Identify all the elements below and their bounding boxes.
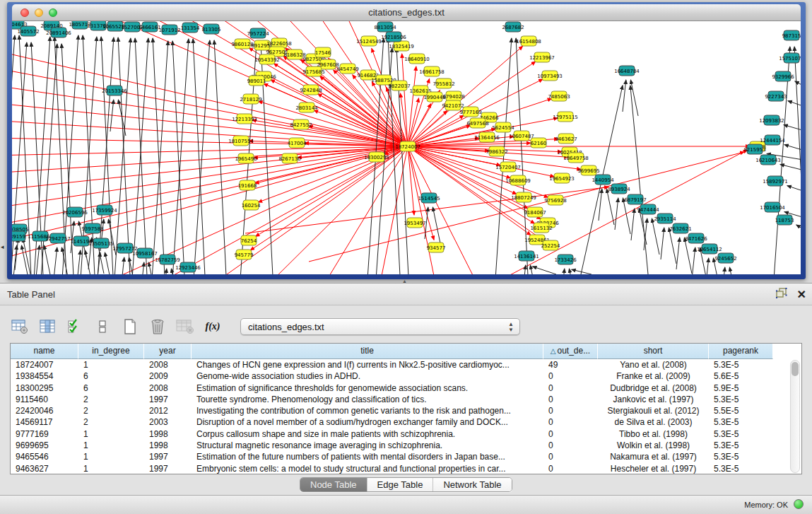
graph-node-yellow[interactable]: 9822037 (388, 81, 410, 90)
graph-node-yellow[interactable]: 18300295 (364, 152, 389, 162)
graph-node-yellow[interactable]: 12975115 (553, 112, 578, 122)
graph-node-teal[interactable]: 6879197 (624, 194, 646, 204)
table-row[interactable]: 911546021997Tourette syndrome. Phenomeno… (11, 394, 801, 405)
tab-node-table[interactable]: Node Table (300, 478, 367, 491)
tab-network-table[interactable]: Network Table (433, 478, 511, 491)
graph-node-yellow[interactable]: 12213393 (232, 114, 257, 124)
close-window-button[interactable] (20, 8, 29, 17)
graph-node-yellow[interactable]: 18807249 (511, 192, 536, 202)
graph-node-yellow[interactable]: 417004 (288, 138, 307, 148)
zoom-window-button[interactable] (49, 8, 57, 17)
graph-node-yellow[interactable]: 15720407 (495, 162, 521, 172)
graph-node-yellow[interactable]: 934577 (427, 243, 446, 252)
graph-node-yellow[interactable]: 8454749 (336, 64, 358, 74)
graph-node-teal[interactable]: 8938924 (608, 184, 630, 194)
graph-node-yellow[interactable]: 9860128 (231, 39, 253, 49)
graph-node-teal[interactable]: 987315 (782, 30, 801, 40)
graph-node-teal[interactable]: 7632621 (669, 223, 691, 233)
column-header-pagerank[interactable]: pagerank (709, 344, 773, 359)
network-view-canvas[interactable]: 1872400718300295986012889129541822605896… (12, 21, 801, 274)
citation-network-graph[interactable]: 1872400718300295986012889129541822605896… (12, 21, 801, 274)
delete-table-button[interactable] (175, 317, 195, 337)
network-window-titlebar[interactable]: citations_edges.txt (12, 4, 801, 21)
graph-node-teal[interactable]: 17359924 (92, 205, 117, 215)
graph-node-yellow[interactable]: 2718129 (240, 94, 261, 104)
graph-node-teal[interactable]: 16782759 (155, 255, 180, 264)
graph-node-teal[interactable]: 7957224 (247, 28, 269, 38)
graph-node-teal[interactable]: 1071912 (158, 25, 180, 35)
graph-node-teal[interactable]: 2935114 (654, 214, 676, 223)
graph-node-teal[interactable]: 9329966 (772, 71, 794, 81)
graph-node-yellow[interactable]: 7955812 (433, 78, 454, 88)
table-row[interactable]: 946362711997Embryonic stem cells: a mode… (11, 463, 801, 474)
graph-node-yellow[interactable]: 5624554 (492, 122, 514, 132)
graph-node-teal[interactable]: 19218506 (381, 32, 406, 42)
table-row[interactable]: 1456911722003Disruption of a novel membe… (11, 416, 801, 428)
graph-node-yellow[interactable]: 6794028 (442, 91, 464, 101)
graph-node-teal[interactable]: 15892971 (763, 176, 788, 186)
graph-node-yellow[interactable]: 76254 (241, 235, 257, 245)
graph-node-teal[interactable]: 39159 (12, 231, 25, 241)
table-settings-button[interactable] (10, 317, 30, 337)
graph-node-teal[interactable]: 16648784 (614, 66, 640, 76)
table-row[interactable]: 1938455462009Genome-wide association stu… (11, 370, 801, 382)
graph-node-yellow[interactable]: 9463627 (555, 134, 577, 144)
show-columns-button[interactable] (37, 317, 57, 337)
column-header-out_de[interactable]: △out_de... (543, 344, 598, 359)
table-vertical-scrollbar[interactable] (790, 360, 800, 473)
graph-node-teal[interactable]: 17016504 (760, 202, 785, 212)
graph-node-teal[interactable]: 9397588 (81, 223, 103, 233)
row-height-button[interactable] (93, 317, 112, 337)
graph-node-yellow[interactable]: 1965490 (235, 153, 257, 163)
graph-node-teal[interactable]: 1440954 (592, 175, 614, 185)
graph-node-yellow[interactable]: 7485063 (548, 91, 570, 101)
graph-node-yellow[interactable]: 9777169 (459, 107, 481, 117)
memory-ok-indicator[interactable] (794, 499, 804, 509)
graph-node-yellow[interactable]: 191668 (238, 180, 257, 190)
column-header-in_degree[interactable]: in_degree (78, 344, 144, 359)
table-row[interactable]: 1872400712008Changes of HCN gene express… (11, 359, 801, 370)
column-header-short[interactable]: short (598, 344, 709, 359)
graph-node-teal[interactable]: 813305 (202, 24, 221, 34)
graph-node-teal[interactable]: 8471626 (685, 233, 707, 243)
graph-node-yellow[interactable]: 9699695 (577, 165, 599, 175)
function-builder-button[interactable]: f(x) (203, 317, 223, 337)
graph-node-yellow[interactable]: 8427552 (290, 119, 312, 129)
table-row[interactable]: 2242004622012Investigating the contribut… (11, 405, 801, 416)
graph-node-yellow[interactable]: 19654923 (549, 173, 575, 183)
graph-node-yellow[interactable]: 252254 (541, 240, 560, 250)
graph-node-teal[interactable]: 14136141 (514, 251, 539, 261)
graph-node-yellow[interactable]: 62160 (531, 138, 546, 148)
graph-node-yellow[interactable]: 16961758 (419, 66, 445, 76)
graph-node-yellow[interactable]: 6497568 (466, 118, 488, 128)
graph-node-yellow[interactable]: 12213967 (529, 52, 555, 62)
graph-node-yellow[interactable]: 160254 (242, 200, 261, 210)
delete-attributes-button[interactable] (148, 317, 167, 337)
graph-node-yellow[interactable]: 16154808 (516, 36, 541, 46)
graph-node-yellow[interactable]: 21364456 (474, 132, 500, 142)
graph-node-teal[interactable]: 118753 (775, 215, 794, 225)
graph-node-yellow[interactable]: 10607487 (509, 131, 534, 141)
graph-node-yellow[interactable]: 9175685 (302, 66, 324, 76)
graph-node-yellow[interactable]: 9242848 (300, 85, 322, 95)
graph-node-yellow[interactable]: 18640910 (404, 54, 430, 64)
graph-node-yellow[interactable]: 17546 (315, 47, 331, 57)
graph-node-teal[interactable]: 20153346 (102, 86, 127, 95)
graph-node-teal[interactable]: 16210643 (755, 155, 781, 165)
graph-node-teal[interactable]: 9245652 (714, 253, 736, 263)
minimize-window-button[interactable] (35, 8, 43, 17)
graph-node-teal[interactable]: 1514545 (418, 193, 440, 203)
graph-node-yellow[interactable]: 7986322 (486, 146, 507, 156)
graph-node-yellow[interactable]: 9184067 (524, 207, 546, 217)
scrollbar-thumb[interactable] (792, 362, 799, 376)
graph-node-yellow[interactable]: 10688609 (505, 175, 531, 185)
select-columns-button[interactable] (65, 317, 85, 337)
graph-node-teal[interactable]: 9474444 (637, 204, 659, 214)
graph-node-yellow[interactable]: 989011 (247, 76, 266, 86)
column-header-title[interactable]: title (192, 344, 543, 359)
column-header-year[interactable]: year (144, 344, 192, 359)
create-table-button[interactable] (120, 317, 140, 337)
float-panel-icon[interactable] (776, 288, 787, 301)
graph-node-teal[interactable]: 1733426 (554, 255, 577, 264)
graph-node-teal[interactable]: 12093832 (759, 115, 784, 125)
